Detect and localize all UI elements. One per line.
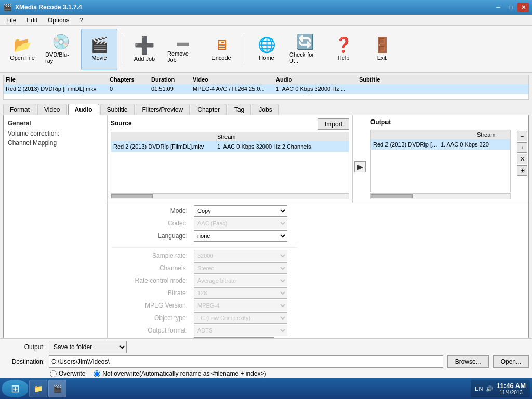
channels-select[interactable]: Stereo	[194, 262, 287, 274]
output-stream-row[interactable]: Red 2 (2013) DVDRip [FilmDL].mkv 1. AAC …	[371, 139, 510, 150]
source-scrollbar[interactable]	[111, 193, 349, 200]
add-job-label: Add Job	[134, 56, 155, 62]
tab-chapter[interactable]: Chapter	[191, 104, 227, 115]
menu-help[interactable]: ?	[75, 16, 87, 25]
remove-job-button[interactable]: ▬ Remove Job	[165, 29, 201, 70]
tab-format[interactable]: Format	[3, 104, 36, 115]
output-ctrl-grid[interactable]: ⊞	[517, 165, 527, 176]
check-updates-icon: 🔄	[296, 35, 314, 49]
mode-select[interactable]: Copy Encode	[194, 205, 287, 217]
remove-job-label: Remove Job	[167, 50, 198, 63]
output-ctrl-delete[interactable]: ✕	[517, 154, 527, 164]
output-stream-col-file	[373, 131, 477, 138]
add-job-button[interactable]: ➕ Add Job	[126, 29, 163, 70]
dvd-bluray-button[interactable]: 💿 DVD/Blu-ray	[43, 29, 79, 70]
object-type-select[interactable]: LC (Low Complexity)	[194, 312, 287, 324]
destination-label: Destination:	[3, 358, 45, 365]
sidebar-item-volume: Volume correction:	[8, 129, 103, 138]
movie-icon: 🎬	[90, 38, 109, 52]
bitrate-select[interactable]: 128	[194, 287, 287, 299]
browse-button[interactable]: Browse...	[447, 355, 489, 368]
file-name: Red 2 (2013) DVDRip [FilmDL].mkv	[6, 86, 110, 92]
taskbar-explorer[interactable]: 📁	[29, 380, 47, 397]
output-scrollbar[interactable]	[370, 193, 511, 200]
help-button[interactable]: ❓ Help	[325, 29, 362, 70]
add-stream-button[interactable]: ▶	[354, 161, 366, 172]
file-duration: 01:51:09	[151, 86, 193, 92]
output-ctrl-plus[interactable]: +	[517, 142, 527, 153]
output-stream-cell: 1. AAC 0 Kbps 320	[441, 141, 508, 148]
sample-rate-select[interactable]: 32000	[194, 250, 287, 261]
rate-control-label: Rate control mode:	[112, 277, 190, 284]
open-file-button[interactable]: 📂 Open File	[4, 29, 41, 70]
open-file-label: Open File	[10, 55, 35, 61]
app-icon: 🎬	[3, 3, 12, 11]
tab-subtitle[interactable]: Subtitle	[100, 104, 135, 115]
minimize-button[interactable]: ─	[493, 3, 504, 12]
file-list-row[interactable]: Red 2 (2013) DVDRip [FilmDL].mkv 0 01:51…	[4, 84, 528, 94]
mpeg-version-select[interactable]: MPEG-4	[194, 300, 287, 311]
tab-video[interactable]: Video	[37, 104, 66, 115]
home-icon: 🌐	[258, 38, 276, 52]
movie-label: Movie	[91, 55, 107, 61]
settings-panel: Mode: Copy Encode Codec: AAC (Faac) Lang…	[108, 203, 528, 338]
source-panel: Source Import Stream Red 2 (2013) DVDRip…	[108, 115, 353, 203]
taskbar-tray: EN 🔊 11:46 AM 11/4/2013	[471, 380, 530, 397]
remove-job-icon: ▬	[177, 36, 189, 48]
encode-button[interactable]: 🖥 Encode	[203, 29, 240, 70]
start-button[interactable]: ⊞	[2, 380, 28, 397]
output-ctrl-minus[interactable]: −	[517, 131, 527, 141]
movie-button[interactable]: 🎬 Movie	[81, 29, 117, 70]
codec-select[interactable]: AAC (Faac)	[194, 218, 287, 229]
taskbar-app[interactable]: 🎬	[48, 380, 66, 397]
close-button[interactable]: ✕	[517, 3, 529, 12]
check-updates-button[interactable]: 🔄 Check for U...	[287, 29, 323, 70]
language-select[interactable]: none English	[194, 230, 287, 242]
radio-row: Overwrite Not overwrite(Automatically re…	[3, 370, 529, 377]
title-bar: 🎬 XMedia Recode 3.1.7.4 ─ □ ✕	[0, 0, 532, 15]
sample-rate-label: Sample rate:	[112, 252, 190, 259]
output-title: Output	[370, 118, 391, 126]
not-overwrite-text: Not overwrite(Automatically rename as <f…	[102, 370, 266, 377]
mode-label: Mode:	[112, 207, 190, 215]
object-type-label: Object type:	[112, 314, 190, 322]
tray-lang: EN	[475, 385, 483, 392]
tab-filters-preview[interactable]: Filters/Preview	[136, 104, 190, 115]
tab-tag[interactable]: Tag	[228, 104, 251, 115]
menu-edit[interactable]: Edit	[22, 16, 42, 25]
tab-audio[interactable]: Audio	[68, 104, 99, 115]
tab-jobs[interactable]: Jobs	[252, 104, 278, 115]
tray-clock: 11:46 AM 11/4/2013	[496, 382, 526, 395]
open-button[interactable]: Open...	[493, 355, 529, 368]
col-header-file: File	[6, 76, 110, 83]
sidebar-panel: General Volume correction: Channel Mappi…	[4, 115, 108, 338]
overwrite-radio-label[interactable]: Overwrite	[50, 370, 85, 377]
output-panel: Output Stream Red 2 (2013) DVDRip [FilmD…	[367, 115, 528, 203]
output-row: Output: Save to folder Save to source fo…	[3, 341, 529, 353]
not-overwrite-radio[interactable]	[94, 370, 100, 377]
output-format-select[interactable]: ADTS	[194, 325, 287, 336]
import-button[interactable]: Import	[318, 118, 349, 130]
col-header-chapters: Chapters	[110, 76, 151, 83]
overwrite-radio[interactable]	[50, 370, 57, 377]
menu-file[interactable]: File	[2, 16, 20, 25]
exit-button[interactable]: 🚪 Exit	[364, 29, 400, 70]
output-label: Output:	[3, 343, 45, 351]
not-overwrite-radio-label[interactable]: Not overwrite(Automatically rename as <f…	[94, 370, 266, 377]
lowpass-input[interactable]	[194, 337, 274, 338]
help-label: Help	[338, 55, 350, 61]
exit-label: Exit	[377, 55, 387, 61]
open-file-icon: 📂	[14, 38, 32, 52]
output-select[interactable]: Save to folder Save to source folder	[49, 341, 127, 353]
home-button[interactable]: 🌐 Home	[248, 29, 285, 70]
tray-speaker-icon: 🔊	[486, 385, 493, 392]
output-file-cell: Red 2 (2013) DVDRip [FilmDL].mkv	[373, 141, 441, 148]
dvd-label: DVD/Blu-ray	[45, 51, 76, 64]
destination-input[interactable]	[49, 355, 443, 368]
maximize-button[interactable]: □	[505, 3, 516, 12]
menu-options[interactable]: Options	[44, 16, 73, 25]
file-list-header: File Chapters Duration Video Audio Subti…	[4, 75, 528, 84]
rate-control-select[interactable]: Average bitrate	[194, 275, 287, 286]
source-stream-row[interactable]: Red 2 (2013) DVDRip [FilmDL].mkv 1. AAC …	[111, 141, 349, 152]
output-stream-table: Stream Red 2 (2013) DVDRip [FilmDL].mkv …	[370, 130, 511, 192]
